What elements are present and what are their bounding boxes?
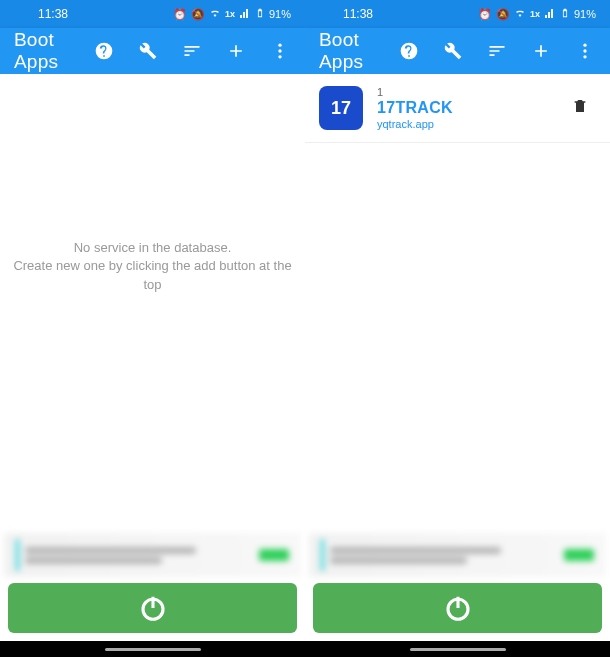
overflow-icon[interactable]: [574, 40, 596, 62]
alarm-icon: ⏰: [478, 8, 492, 21]
battery-icon: [560, 6, 570, 22]
service-name: 17TRACK: [377, 99, 558, 117]
add-icon[interactable]: [530, 40, 552, 62]
status-time: 11:38: [14, 7, 173, 21]
signal-icon: [239, 7, 251, 21]
nav-bar: [0, 641, 305, 657]
content-list: 17 1 17TRACK yqtrack.app: [305, 74, 610, 531]
app-icon-17track: 17: [319, 86, 363, 130]
app-title: Boot Apps: [14, 29, 93, 73]
delete-button[interactable]: [572, 98, 596, 118]
signal-icon: [544, 7, 556, 21]
service-package: yqtrack.app: [377, 118, 558, 130]
wrench-icon[interactable]: [137, 40, 159, 62]
content-empty: No service in the database. Create new o…: [0, 74, 305, 531]
app-bar-actions: [398, 40, 600, 62]
ad-banner[interactable]: [309, 533, 606, 577]
empty-state: No service in the database. Create new o…: [0, 74, 305, 495]
svg-point-0: [278, 44, 281, 47]
nw-icon: 1x: [225, 9, 235, 19]
sort-icon[interactable]: [181, 40, 203, 62]
overflow-icon[interactable]: [269, 40, 291, 62]
status-icons: ⏰ 🔕 1x 91%: [173, 6, 291, 22]
power-icon: [138, 593, 168, 623]
dnd-icon: 🔕: [191, 8, 205, 21]
wifi-icon: [209, 7, 221, 21]
empty-title: No service in the database.: [74, 239, 232, 257]
status-bar: 11:38 ⏰ 🔕 1x 91%: [305, 0, 610, 28]
nav-handle[interactable]: [105, 648, 201, 651]
status-bar: 11:38 ⏰ 🔕 1x 91%: [0, 0, 305, 28]
wrench-icon[interactable]: [442, 40, 464, 62]
svg-point-2: [278, 55, 281, 58]
svg-point-7: [583, 55, 586, 58]
trash-icon: [572, 98, 588, 114]
help-icon[interactable]: [398, 40, 420, 62]
app-bar: Boot Apps: [0, 28, 305, 74]
power-icon: [443, 593, 473, 623]
service-index: 1: [377, 86, 558, 98]
boot-button[interactable]: [313, 583, 602, 633]
empty-sub: Create new one by clicking the add butto…: [10, 257, 295, 293]
battery-pct: 91%: [574, 8, 596, 20]
nav-handle[interactable]: [410, 648, 506, 651]
screen-list: 11:38 ⏰ 🔕 1x 91% Boot Apps: [305, 0, 610, 657]
app-bar-actions: [93, 40, 295, 62]
dnd-icon: 🔕: [496, 8, 510, 21]
status-icons: ⏰ 🔕 1x 91%: [478, 6, 596, 22]
boot-button[interactable]: [8, 583, 297, 633]
service-row[interactable]: 17 1 17TRACK yqtrack.app: [305, 74, 610, 143]
nav-bar: [305, 641, 610, 657]
help-icon[interactable]: [93, 40, 115, 62]
battery-icon: [255, 6, 265, 22]
service-info: 1 17TRACK yqtrack.app: [377, 86, 558, 130]
battery-pct: 91%: [269, 8, 291, 20]
status-time: 11:38: [319, 7, 478, 21]
svg-point-6: [583, 49, 586, 52]
app-icon-text: 17: [331, 98, 351, 119]
alarm-icon: ⏰: [173, 8, 187, 21]
app-bar: Boot Apps: [305, 28, 610, 74]
sort-icon[interactable]: [486, 40, 508, 62]
screen-empty: 11:38 ⏰ 🔕 1x 91% Boot Apps: [0, 0, 305, 657]
svg-point-1: [278, 49, 281, 52]
add-icon[interactable]: [225, 40, 247, 62]
nw-icon: 1x: [530, 9, 540, 19]
svg-point-5: [583, 44, 586, 47]
app-title: Boot Apps: [319, 29, 398, 73]
ad-banner[interactable]: [4, 533, 301, 577]
wifi-icon: [514, 7, 526, 21]
